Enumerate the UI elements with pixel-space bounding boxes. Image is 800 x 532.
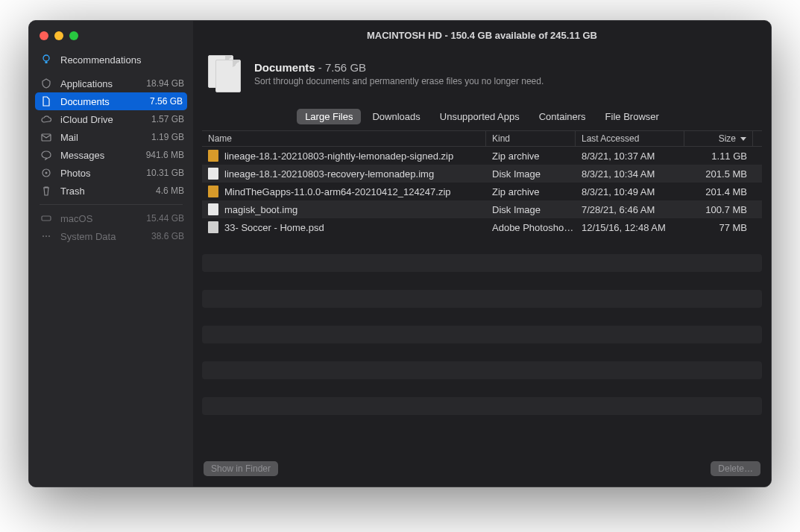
- file-table: Name Kind Last Accessed Size lineage-18.…: [193, 130, 771, 454]
- img-file-icon: [208, 203, 218, 215]
- col-accessed[interactable]: Last Accessed: [576, 131, 684, 146]
- col-size[interactable]: Size: [684, 131, 753, 146]
- sidebar-item-trash[interactable]: Trash 4.6 MB: [29, 182, 193, 200]
- sidebar-item-label: iCloud Drive: [60, 114, 151, 125]
- sidebar-item-value: 1.57 GB: [151, 114, 184, 124]
- main-panel: MACINTOSH HD - 150.4 GB available of 245…: [193, 21, 771, 487]
- sidebar-item-value: 10.31 GB: [146, 168, 184, 178]
- sidebar-item-label: Messages: [60, 150, 146, 161]
- svg-point-4: [45, 172, 48, 174]
- table-row[interactable]: MindTheGapps-11.0.0-arm64-20210412_12424…: [202, 183, 762, 200]
- file-size: 1.11 GB: [684, 151, 753, 162]
- tab-unsupported[interactable]: Unsupported Apps: [432, 109, 528, 124]
- file-name-cell: MindTheGapps-11.0.0-arm64-20210412_12424…: [202, 186, 486, 197]
- sidebar-item-value: 4.6 MB: [156, 186, 184, 196]
- sidebar-item-label: Documents: [60, 96, 150, 107]
- placeholder-row: [202, 397, 762, 415]
- file-size: 201.5 MB: [684, 168, 753, 180]
- header-panel: Documents - 7.56 GB Sort through documen…: [193, 49, 771, 106]
- file-kind: Adobe Photosho…: [486, 222, 576, 233]
- storage-management-window: Recommendations Applications 18.94 GB Do…: [28, 20, 772, 487]
- table-row[interactable]: 33- Soccer - Home.psdAdobe Photosho…12/1…: [202, 218, 762, 236]
- disk-icon: [40, 213, 53, 224]
- tab-downloads[interactable]: Downloads: [364, 109, 428, 124]
- trash-icon: [40, 186, 53, 196]
- file-accessed: 8/3/21, 10:34 AM: [576, 168, 684, 180]
- sidebar: Recommendations Applications 18.94 GB Do…: [29, 21, 193, 487]
- psd-file-icon: [208, 221, 218, 233]
- document-icon: [40, 96, 53, 107]
- col-scroll-gutter: [753, 131, 762, 146]
- delete-button[interactable]: Delete…: [711, 461, 760, 476]
- photos-icon: [40, 168, 53, 178]
- sidebar-item-value: 15.44 GB: [146, 213, 184, 224]
- sidebar-item-label: macOS: [60, 213, 146, 224]
- header-desc: Sort through documents and permanently e…: [254, 76, 544, 86]
- sidebar-item-systemdata: System Data 38.6 GB: [29, 227, 193, 245]
- file-size: 100.7 MB: [684, 204, 753, 215]
- sidebar-item-applications[interactable]: Applications 18.94 GB: [29, 75, 193, 92]
- file-name: lineage-18.1-20210803-nightly-lemonadep-…: [224, 151, 453, 162]
- file-name-cell: 33- Soccer - Home.psd: [202, 221, 486, 233]
- img-file-icon: [208, 168, 218, 180]
- file-accessed: 7/28/21, 6:46 AM: [576, 204, 684, 215]
- svg-point-0: [43, 55, 49, 61]
- applications-icon: [40, 78, 53, 89]
- minimize-icon[interactable]: [54, 31, 63, 40]
- file-kind: Zip archive: [486, 186, 576, 197]
- footer: Show in Finder Delete…: [193, 454, 771, 487]
- zip-file-icon: [208, 150, 218, 162]
- sidebar-item-recommendations[interactable]: Recommendations: [29, 51, 193, 69]
- lightbulb-icon: [40, 54, 53, 65]
- header-heading: Documents: [254, 61, 315, 74]
- sidebar-item-label: Mail: [60, 132, 151, 143]
- placeholder-row: [202, 326, 762, 343]
- sidebar-item-value: 7.56 GB: [150, 96, 183, 107]
- tab-containers[interactable]: Containers: [531, 109, 594, 124]
- zip-file-icon: [208, 186, 218, 197]
- placeholder-row: [202, 254, 762, 272]
- zoom-icon[interactable]: [69, 31, 78, 40]
- col-name[interactable]: Name: [202, 131, 486, 146]
- table-row[interactable]: magisk_boot.imgDisk Image7/28/21, 6:46 A…: [202, 200, 762, 218]
- sidebar-item-label: Photos: [60, 168, 146, 179]
- sidebar-item-messages[interactable]: Messages 941.6 MB: [29, 146, 193, 164]
- file-name: 33- Soccer - Home.psd: [224, 222, 324, 233]
- sidebar-item-label: System Data: [60, 231, 151, 242]
- table-header: Name Kind Last Accessed Size: [202, 130, 762, 147]
- file-kind: Disk Image: [486, 204, 576, 215]
- tab-filebrowser[interactable]: File Browser: [597, 109, 667, 124]
- table-row[interactable]: lineage-18.1-20210803-nightly-lemonadep-…: [202, 147, 762, 165]
- show-in-finder-button[interactable]: Show in Finder: [204, 461, 278, 476]
- chevron-down-icon: [740, 137, 746, 141]
- col-kind[interactable]: Kind: [486, 131, 576, 146]
- svg-point-6: [42, 235, 44, 237]
- sidebar-item-mail[interactable]: Mail 1.19 GB: [29, 128, 193, 146]
- sidebar-item-photos[interactable]: Photos 10.31 GB: [29, 164, 193, 182]
- sidebar-separator: [40, 204, 183, 205]
- file-kind: Zip archive: [486, 151, 576, 162]
- tab-large-files[interactable]: Large Files: [297, 109, 361, 124]
- cloud-icon: [40, 114, 53, 124]
- placeholder-row: [202, 290, 762, 308]
- file-name: MindTheGapps-11.0.0-arm64-20210412_12424…: [224, 186, 451, 197]
- table-row[interactable]: lineage-18.1-20210803-recovery-lemonadep…: [202, 165, 762, 183]
- file-name-cell: magisk_boot.img: [202, 203, 486, 215]
- placeholder-row: [202, 361, 762, 379]
- sidebar-item-documents[interactable]: Documents 7.56 GB: [35, 92, 187, 110]
- documents-icon: [208, 55, 242, 92]
- file-name: magisk_boot.img: [224, 204, 297, 215]
- file-accessed: 8/3/21, 10:49 AM: [576, 186, 684, 197]
- file-accessed: 12/15/16, 12:48 AM: [576, 222, 684, 233]
- file-size: 201.4 MB: [684, 186, 753, 197]
- mail-icon: [40, 132, 53, 142]
- messages-icon: [40, 150, 53, 160]
- close-icon[interactable]: [40, 31, 48, 40]
- sidebar-item-value: 38.6 GB: [151, 231, 184, 241]
- sidebar-item-value: 941.6 MB: [146, 150, 184, 160]
- file-size: 77 MB: [684, 222, 753, 233]
- window-controls: [29, 27, 193, 51]
- svg-point-7: [45, 235, 47, 237]
- sidebar-item-value: 1.19 GB: [151, 132, 184, 142]
- sidebar-item-icloud[interactable]: iCloud Drive 1.57 GB: [29, 110, 193, 128]
